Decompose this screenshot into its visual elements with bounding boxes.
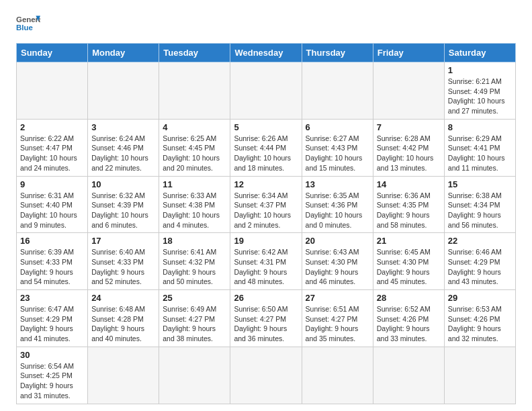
day-cell: 5Sunrise: 6:26 AM Sunset: 4:44 PM Daylig…: [230, 119, 302, 176]
weekday-tuesday: Tuesday: [159, 44, 230, 62]
week-row-3: 9Sunrise: 6:31 AM Sunset: 4:40 PM Daylig…: [17, 176, 516, 233]
day-cell: 9Sunrise: 6:31 AM Sunset: 4:40 PM Daylig…: [17, 176, 88, 233]
weekday-header-row: SundayMondayTuesdayWednesdayThursdayFrid…: [17, 44, 516, 62]
day-number: 19: [234, 236, 298, 246]
day-cell: 15Sunrise: 6:38 AM Sunset: 4:34 PM Dayli…: [444, 176, 515, 233]
day-cell: 23Sunrise: 6:47 AM Sunset: 4:29 PM Dayli…: [17, 290, 88, 347]
day-number: 22: [448, 236, 512, 246]
day-info: Sunrise: 6:35 AM Sunset: 4:36 PM Dayligh…: [306, 191, 369, 230]
day-info: Sunrise: 6:24 AM Sunset: 4:46 PM Dayligh…: [91, 134, 155, 173]
day-number: 20: [306, 236, 369, 246]
day-info: Sunrise: 6:32 AM Sunset: 4:39 PM Dayligh…: [91, 191, 155, 230]
day-info: Sunrise: 6:45 AM Sunset: 4:30 PM Dayligh…: [377, 247, 441, 287]
day-number: 10: [91, 179, 155, 189]
day-number: 16: [20, 236, 84, 246]
day-cell: 13Sunrise: 6:35 AM Sunset: 4:36 PM Dayli…: [302, 176, 373, 233]
day-cell: [373, 347, 444, 404]
calendar: SundayMondayTuesdayWednesdayThursdayFrid…: [16, 43, 516, 404]
week-row-2: 2Sunrise: 6:22 AM Sunset: 4:47 PM Daylig…: [17, 119, 516, 176]
day-info: Sunrise: 6:46 AM Sunset: 4:29 PM Dayligh…: [448, 247, 512, 287]
day-cell: 4Sunrise: 6:25 AM Sunset: 4:45 PM Daylig…: [159, 119, 230, 176]
day-cell: 1Sunrise: 6:21 AM Sunset: 4:49 PM Daylig…: [444, 62, 515, 120]
day-cell: 24Sunrise: 6:48 AM Sunset: 4:28 PM Dayli…: [88, 290, 159, 347]
day-number: 27: [306, 293, 369, 303]
day-info: Sunrise: 6:31 AM Sunset: 4:40 PM Dayligh…: [20, 191, 84, 230]
day-cell: 26Sunrise: 6:50 AM Sunset: 4:27 PM Dayli…: [230, 290, 302, 347]
day-cell: 27Sunrise: 6:51 AM Sunset: 4:27 PM Dayli…: [302, 290, 373, 347]
day-info: Sunrise: 6:41 AM Sunset: 4:32 PM Dayligh…: [163, 247, 226, 287]
day-cell: 10Sunrise: 6:32 AM Sunset: 4:39 PM Dayli…: [88, 176, 159, 233]
day-cell: 22Sunrise: 6:46 AM Sunset: 4:29 PM Dayli…: [444, 233, 515, 290]
day-info: Sunrise: 6:51 AM Sunset: 4:27 PM Dayligh…: [306, 304, 369, 344]
week-row-5: 23Sunrise: 6:47 AM Sunset: 4:29 PM Dayli…: [17, 290, 516, 347]
day-cell: 7Sunrise: 6:28 AM Sunset: 4:42 PM Daylig…: [373, 119, 444, 176]
day-cell: 20Sunrise: 6:43 AM Sunset: 4:30 PM Dayli…: [302, 233, 373, 290]
day-info: Sunrise: 6:53 AM Sunset: 4:26 PM Dayligh…: [448, 304, 512, 344]
day-number: 13: [306, 179, 369, 189]
weekday-saturday: Saturday: [444, 44, 515, 62]
day-number: 21: [377, 236, 441, 246]
weekday-sunday: Sunday: [17, 44, 88, 62]
day-number: 14: [377, 179, 441, 189]
day-cell: [159, 62, 230, 120]
day-cell: 19Sunrise: 6:42 AM Sunset: 4:31 PM Dayli…: [230, 233, 302, 290]
day-number: 29: [448, 293, 512, 303]
day-cell: [88, 347, 159, 404]
day-cell: [373, 62, 444, 120]
day-number: 1: [448, 65, 512, 75]
day-cell: [230, 62, 302, 120]
day-number: 8: [448, 122, 512, 132]
day-info: Sunrise: 6:52 AM Sunset: 4:26 PM Dayligh…: [377, 304, 441, 344]
day-info: Sunrise: 6:33 AM Sunset: 4:38 PM Dayligh…: [163, 191, 226, 230]
day-cell: 30Sunrise: 6:54 AM Sunset: 4:25 PM Dayli…: [17, 347, 88, 404]
day-number: 25: [163, 293, 226, 303]
weekday-friday: Friday: [373, 44, 444, 62]
week-row-1: 1Sunrise: 6:21 AM Sunset: 4:49 PM Daylig…: [17, 62, 516, 120]
day-number: 15: [448, 179, 512, 189]
day-cell: 2Sunrise: 6:22 AM Sunset: 4:47 PM Daylig…: [17, 119, 88, 176]
day-number: 26: [234, 293, 298, 303]
day-cell: 25Sunrise: 6:49 AM Sunset: 4:27 PM Dayli…: [159, 290, 230, 347]
day-number: 3: [91, 122, 155, 132]
day-info: Sunrise: 6:47 AM Sunset: 4:29 PM Dayligh…: [20, 304, 84, 344]
weekday-monday: Monday: [88, 44, 159, 62]
day-number: 18: [163, 236, 226, 246]
header: General Blue: [16, 13, 516, 34]
day-number: 6: [306, 122, 369, 132]
day-info: Sunrise: 6:22 AM Sunset: 4:47 PM Dayligh…: [20, 134, 84, 173]
week-row-4: 16Sunrise: 6:39 AM Sunset: 4:33 PM Dayli…: [17, 233, 516, 290]
day-number: 2: [20, 122, 84, 132]
day-cell: 8Sunrise: 6:29 AM Sunset: 4:41 PM Daylig…: [444, 119, 515, 176]
day-info: Sunrise: 6:34 AM Sunset: 4:37 PM Dayligh…: [234, 191, 298, 230]
day-cell: 29Sunrise: 6:53 AM Sunset: 4:26 PM Dayli…: [444, 290, 515, 347]
day-cell: [444, 347, 515, 404]
day-cell: [17, 62, 88, 120]
day-info: Sunrise: 6:49 AM Sunset: 4:27 PM Dayligh…: [163, 304, 226, 344]
day-info: Sunrise: 6:50 AM Sunset: 4:27 PM Dayligh…: [234, 304, 298, 344]
day-number: 12: [234, 179, 298, 189]
day-number: 17: [91, 236, 155, 246]
day-cell: 21Sunrise: 6:45 AM Sunset: 4:30 PM Dayli…: [373, 233, 444, 290]
day-cell: [302, 347, 373, 404]
day-number: 28: [377, 293, 441, 303]
day-info: Sunrise: 6:27 AM Sunset: 4:43 PM Dayligh…: [306, 134, 369, 173]
day-info: Sunrise: 6:28 AM Sunset: 4:42 PM Dayligh…: [377, 134, 441, 173]
day-number: 11: [163, 179, 226, 189]
weekday-thursday: Thursday: [302, 44, 373, 62]
day-cell: [159, 347, 230, 404]
day-cell: 16Sunrise: 6:39 AM Sunset: 4:33 PM Dayli…: [17, 233, 88, 290]
generalblue-icon: General Blue: [16, 13, 40, 34]
day-cell: 18Sunrise: 6:41 AM Sunset: 4:32 PM Dayli…: [159, 233, 230, 290]
day-number: 24: [91, 293, 155, 303]
day-cell: [302, 62, 373, 120]
day-info: Sunrise: 6:38 AM Sunset: 4:34 PM Dayligh…: [448, 191, 512, 230]
day-number: 7: [377, 122, 441, 132]
day-number: 4: [163, 122, 226, 132]
day-cell: 3Sunrise: 6:24 AM Sunset: 4:46 PM Daylig…: [88, 119, 159, 176]
logo: General Blue: [16, 13, 40, 34]
day-info: Sunrise: 6:29 AM Sunset: 4:41 PM Dayligh…: [448, 134, 512, 173]
day-info: Sunrise: 6:36 AM Sunset: 4:35 PM Dayligh…: [377, 191, 441, 230]
day-info: Sunrise: 6:42 AM Sunset: 4:31 PM Dayligh…: [234, 247, 298, 287]
day-cell: 14Sunrise: 6:36 AM Sunset: 4:35 PM Dayli…: [373, 176, 444, 233]
day-info: Sunrise: 6:21 AM Sunset: 4:49 PM Dayligh…: [448, 77, 512, 116]
